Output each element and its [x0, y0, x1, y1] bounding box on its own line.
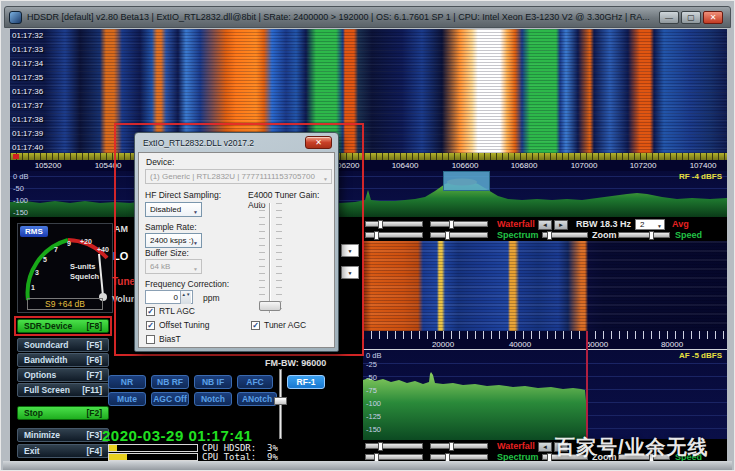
spectrum-upper-slider-2[interactable]	[365, 454, 423, 460]
button-hotkey: [F11]	[82, 385, 102, 395]
soundcard-button[interactable]: Soundcard [F5]	[17, 338, 109, 352]
rf-gain-button[interactable]: RF-1	[287, 375, 325, 389]
fm-bw-slider-knob[interactable]	[274, 397, 287, 405]
gain-slider-ticks-right	[276, 203, 282, 313]
offset-tuning-checkbox[interactable]: Offset Tuning	[146, 320, 209, 330]
waterfall-time: 01:17:35	[12, 73, 43, 82]
nbrf-button[interactable]: NB RF	[151, 375, 189, 389]
avg-count-dropdown[interactable]: 2	[635, 219, 665, 230]
waterfall-time: 01:17:38	[12, 115, 43, 124]
button-hotkey: [F3]	[86, 430, 102, 440]
checkbox-label: BiasT	[159, 334, 181, 344]
waterfall-lower-slider[interactable]	[430, 221, 488, 227]
gain-slider-ticks-left	[259, 203, 265, 313]
af-db-label: -25	[366, 360, 377, 369]
shift-left-button[interactable]: ◄	[538, 220, 552, 230]
ppm-unit-label: ppm	[203, 293, 220, 303]
af-spectrum[interactable]: 0 dB -25 -50 -75 -100 -125 -150 AF -5 dB…	[363, 349, 727, 439]
af-level-readout: AF -5 dBFS	[679, 351, 722, 360]
speed-slider[interactable]	[618, 232, 670, 238]
fullscreen-button[interactable]: Full Screen [F11]	[17, 383, 109, 397]
meter-mode-badge[interactable]: RMS	[20, 226, 48, 237]
spectrum-lower-slider[interactable]	[430, 232, 488, 238]
button-label: Full Screen	[24, 385, 70, 395]
sample-rate-label: Sample Rate:	[145, 222, 197, 232]
spectrum-label: Spectrum	[497, 230, 539, 240]
signal-readout: S9 +64 dB	[27, 298, 103, 310]
biast-checkbox[interactable]: BiasT	[146, 334, 181, 344]
dialog-title-bar[interactable]: ExtIO_RTL2832.DLL v2017.2 ✕	[138, 133, 335, 152]
waterfall-time: 01:17:39	[12, 129, 43, 138]
app-icon	[9, 11, 22, 24]
meter-tick: +40	[97, 246, 109, 253]
button-hotkey: [F4]	[86, 446, 102, 456]
agc-off-button[interactable]: AGC Off	[151, 392, 189, 406]
spectrum-upper-slider[interactable]	[365, 232, 423, 238]
checkbox-label: Offset Tuning	[159, 320, 209, 330]
afc-button[interactable]: AFC	[237, 375, 273, 389]
freq-label: 106600	[452, 161, 479, 170]
db-label: -150	[13, 208, 28, 217]
tuner-gain-slider[interactable]	[269, 203, 271, 313]
af-freq-label: 60000	[586, 340, 608, 349]
shift-right-button[interactable]: ►	[554, 220, 568, 230]
waterfall-lower-slider-2[interactable]	[430, 443, 488, 449]
rtl-agc-checkbox[interactable]: RTL AGC	[146, 306, 195, 316]
meter-tick: 7	[54, 246, 58, 253]
waterfall-time: 01:17:32	[12, 31, 43, 40]
ppm-spinner[interactable]: 0	[145, 290, 193, 304]
af-spectrum-trace	[363, 350, 727, 440]
cpu-total-label: CPU Total: 9%	[202, 452, 278, 461]
checkbox-label: Tuner AGC	[264, 320, 306, 330]
meter-squelch-label[interactable]: Squelch	[70, 272, 99, 281]
waterfall-time: 01:17:33	[12, 45, 43, 54]
extio-dialog: ExtIO_RTL2832.DLL v2017.2 ✕ Device: (1) …	[134, 132, 339, 352]
tuner-gain-slider-knob[interactable]	[259, 301, 281, 311]
minimize-button[interactable]: —	[659, 11, 679, 24]
button-label: Exit	[24, 446, 40, 456]
checkbox-icon	[146, 307, 155, 316]
meter-tick: 5	[43, 256, 47, 263]
notch-button[interactable]: Notch	[194, 392, 232, 406]
zoom-slider[interactable]	[542, 232, 588, 238]
button-label: Bandwidth	[24, 355, 67, 365]
sample-rate-dropdown[interactable]: 2400 ksps :)	[145, 233, 202, 248]
spectrum-lower-slider-2[interactable]	[430, 454, 488, 460]
shift-left-button-2[interactable]: ◄	[538, 442, 552, 452]
dialog-title: ExtIO_RTL2832.DLL v2017.2	[138, 138, 254, 148]
checkbox-icon	[146, 335, 155, 344]
maximize-button[interactable]: ▢	[681, 11, 701, 24]
anotch-button[interactable]: ANotch	[237, 392, 277, 406]
cpu-total-bar	[108, 453, 198, 461]
af-frequency-ruler[interactable]	[363, 331, 727, 339]
stop-button[interactable]: Stop [F2]	[17, 406, 109, 420]
hf-direct-sampling-dropdown[interactable]: Disabled	[145, 202, 202, 217]
dialog-close-button[interactable]: ✕	[305, 136, 332, 149]
frequency-correction-label: Frequency Correction:	[145, 279, 229, 289]
nr-button[interactable]: NR	[108, 375, 146, 389]
waterfall-upper-slider[interactable]	[365, 221, 423, 227]
options-button[interactable]: Options [F7]	[17, 368, 109, 382]
af-db-label: -50	[366, 373, 377, 382]
freq-label: 106400	[392, 161, 419, 170]
bandwidth-button[interactable]: Bandwidth [F6]	[17, 353, 109, 367]
mute-button[interactable]: Mute	[108, 392, 146, 406]
button-label: Soundcard	[24, 340, 68, 350]
exit-button[interactable]: Exit [F4]	[17, 444, 109, 458]
af-waterfall[interactable]	[363, 241, 727, 331]
waterfall-upper-slider-2[interactable]	[365, 443, 423, 449]
hf-direct-sampling-label: HF Direct Sampling:	[145, 190, 221, 200]
nbif-button[interactable]: NB IF	[194, 375, 232, 389]
button-label: Minimize	[24, 430, 60, 440]
close-button[interactable]: ✕	[703, 11, 723, 24]
freq-label: 106800	[511, 161, 538, 170]
minimize-app-button[interactable]: Minimize [F3]	[17, 428, 109, 442]
button-hotkey: [F6]	[86, 355, 102, 365]
device-dropdown: (1) Generic | RTL2832U | 777711111537057…	[145, 169, 332, 184]
af-db-label: -100	[366, 399, 381, 408]
passband-indicator[interactable]	[443, 171, 490, 191]
tuner-agc-checkbox[interactable]: Tuner AGC	[251, 320, 306, 330]
af-tuning-line	[586, 331, 588, 439]
waterfall-time: 01:17:40	[12, 143, 43, 152]
meter-tick: 1	[31, 284, 35, 291]
